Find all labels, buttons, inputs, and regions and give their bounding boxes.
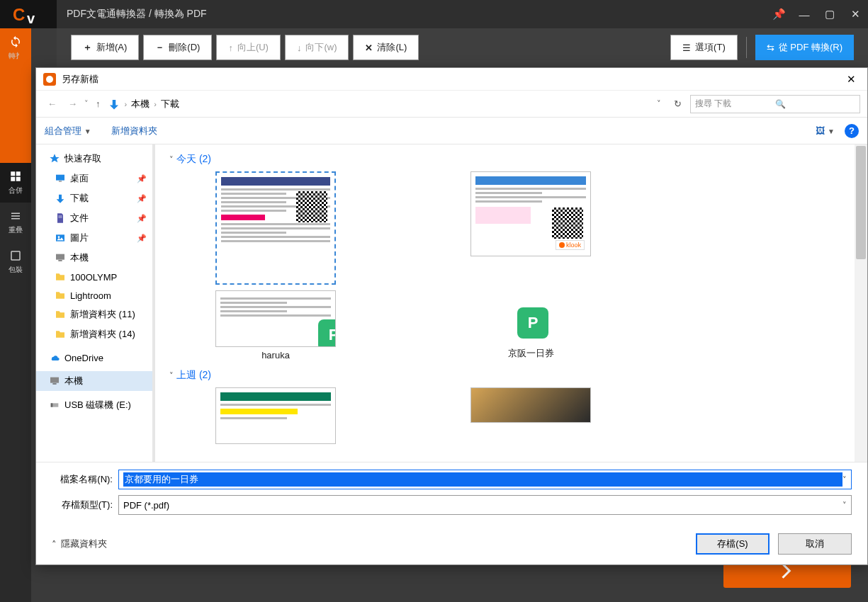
new-folder-button[interactable]: 新增資料夾: [111, 125, 157, 137]
sidebar-overlay[interactable]: 重疊: [0, 203, 31, 242]
location-icon: [108, 98, 120, 110]
refresh-icon[interactable]: ↻: [674, 98, 682, 109]
tree-folder-100olymp[interactable]: 100OLYMP: [36, 268, 152, 286]
breadcrumb[interactable]: › 本機 › 下載: [108, 98, 655, 110]
svg-rect-9: [56, 254, 64, 260]
filetype-select[interactable]: PDF (*.pdf) ˅: [118, 495, 852, 515]
svg-rect-6: [58, 217, 62, 218]
app-title: PDF文電通轉換器 / 轉換為 PDF: [67, 8, 207, 21]
tree-quick-access[interactable]: 快速存取: [36, 149, 152, 169]
file-content-area: ˅今天 (2): [155, 144, 867, 462]
tree-pictures[interactable]: 圖片📌: [36, 228, 152, 248]
breadcrumb-root[interactable]: 本機: [131, 98, 150, 110]
section-today[interactable]: ˅今天 (2): [169, 153, 853, 166]
clear-button[interactable]: ✕清除(L): [353, 35, 419, 60]
close-icon[interactable]: ✕: [842, 8, 868, 21]
folder-tree: 快速存取 桌面📌 下載📌 文件📌 圖片📌: [36, 144, 155, 462]
sidebar-convert[interactable]: 轉扌: [0, 28, 31, 68]
pin-icon: 📌: [137, 194, 147, 203]
app-toolbar: ＋新增(A) －刪除(D) ↑向上(U) ↓向下(w) ✕清除(L) ☰選項(T…: [57, 28, 868, 67]
filename-label: 檔案名稱(N):: [52, 473, 113, 486]
pdf-badge-icon: P: [318, 319, 336, 347]
svg-text:C: C: [13, 5, 25, 24]
sidebar-package[interactable]: 包裝: [0, 242, 31, 282]
svg-rect-11: [50, 377, 59, 383]
svg-rect-12: [52, 383, 56, 384]
svg-point-8: [58, 236, 60, 238]
filetype-dropdown-icon: ˅: [842, 501, 847, 510]
app-icon: [43, 73, 56, 86]
dialog-toolbar: 組合管理 ▼ 新增資料夾 🖼 ▼ ?: [36, 118, 867, 144]
section-last-week[interactable]: ˅上週 (2): [169, 369, 853, 382]
moveup-button[interactable]: ↑向上(U): [216, 35, 281, 60]
scrollbar-thumb[interactable]: [856, 146, 866, 259]
tree-this-pc[interactable]: 本機: [36, 371, 152, 391]
chevron-up-icon: ˄: [52, 539, 57, 550]
sidebar-merge[interactable]: 合併: [0, 163, 31, 203]
svg-rect-5: [58, 216, 62, 217]
tree-onedrive[interactable]: OneDrive: [36, 348, 152, 367]
organize-menu[interactable]: 組合管理 ▼: [45, 125, 91, 137]
tree-folder-new14[interactable]: 新增資料夾 (14): [36, 324, 152, 344]
app-bottom: [31, 560, 868, 602]
svg-rect-4: [59, 181, 62, 181]
svg-rect-10: [58, 260, 62, 261]
options-button[interactable]: ☰選項(T): [670, 35, 738, 60]
nav-back-icon[interactable]: ←: [43, 96, 61, 112]
maximize-icon[interactable]: ▢: [817, 8, 842, 21]
window-controls: 📌 — ▢ ✕: [766, 0, 868, 28]
file-item-haruka[interactable]: P haruka: [198, 171, 354, 360]
dialog-title: 另存新檔: [62, 73, 98, 86]
pin-icon[interactable]: 📌: [766, 8, 791, 21]
delete-button[interactable]: －刪除(D): [143, 35, 212, 60]
location-dropdown-icon[interactable]: ˅: [657, 99, 661, 108]
nav-up-icon[interactable]: ↑: [91, 96, 105, 112]
app-titlebar: Cv PDF文電通轉換器 / 轉換為 PDF 📌 — ▢ ✕: [0, 0, 868, 28]
tree-folder-new11[interactable]: 新增資料夾 (11): [36, 305, 152, 324]
dialog-nav: ← → ˅ ↑ › 本機 › 下載 ˅ ↻ 搜尋 下載 🔍: [36, 91, 867, 118]
scrollbar[interactable]: [855, 144, 867, 462]
convert-from-pdf-button[interactable]: ⇆從 PDF 轉換(R): [755, 35, 854, 60]
pin-icon: 📌: [137, 234, 147, 243]
save-button[interactable]: 存檔(S): [696, 533, 770, 555]
view-options-icon[interactable]: 🖼 ▼: [816, 125, 835, 136]
pin-icon: 📌: [137, 214, 147, 223]
dialog-fields: 檔案名稱(N): 京都要用的一日券 ˅ 存檔類型(T): PDF (*.pdf)…: [36, 462, 867, 521]
tree-usb-drive[interactable]: USB 磁碟機 (E:): [36, 395, 152, 415]
nav-forward-icon[interactable]: →: [64, 96, 81, 112]
movedown-button[interactable]: ↓向下(w): [285, 35, 349, 60]
file-label: haruka: [261, 350, 290, 360]
svg-rect-3: [56, 175, 64, 181]
filename-input[interactable]: 京都要用的一日券: [123, 472, 842, 487]
tree-downloads[interactable]: 下載📌: [36, 188, 152, 208]
minimize-icon[interactable]: —: [791, 8, 817, 21]
svg-text:v: v: [27, 11, 35, 25]
filename-dropdown-icon[interactable]: ˅: [842, 475, 847, 484]
hide-folders-toggle[interactable]: ˄ 隱藏資料夾: [52, 538, 107, 550]
dialog-footer: ˄ 隱藏資料夾 存檔(S) 取消: [36, 521, 867, 564]
search-icon: 🔍: [775, 99, 855, 109]
breadcrumb-folder[interactable]: 下載: [161, 98, 179, 110]
app-logo: Cv: [0, 0, 57, 28]
pin-icon: 📌: [137, 174, 147, 183]
pdf-badge-icon: P: [517, 307, 548, 339]
tree-folder-lightroom[interactable]: Lightroom: [36, 286, 152, 305]
tree-documents[interactable]: 文件📌: [36, 208, 152, 228]
add-button[interactable]: ＋新增(A): [71, 35, 139, 60]
cancel-button[interactable]: 取消: [778, 533, 852, 555]
nav-recent-icon[interactable]: ˅: [84, 99, 89, 108]
tree-desktop[interactable]: 桌面📌: [36, 169, 152, 188]
svg-rect-14: [51, 403, 53, 407]
klook-badge: klook: [556, 240, 585, 250]
file-item-lastweek1[interactable]: [198, 387, 354, 444]
file-item-keihan[interactable]: klook P 京阪一日券: [453, 171, 609, 360]
dialog-titlebar: 另存新檔 ✕: [36, 68, 867, 91]
save-as-dialog: 另存新檔 ✕ ← → ˅ ↑ › 本機 › 下載 ˅ ↻ 搜尋 下載 🔍 組合管…: [35, 67, 868, 565]
app-sidebar: 轉扌 合併 重疊 包裝: [0, 28, 31, 602]
help-icon[interactable]: ?: [845, 124, 859, 138]
file-label: 京阪一日券: [508, 347, 554, 360]
tree-this-pc-quick[interactable]: 本機: [36, 248, 152, 268]
file-item-lastweek2[interactable]: [453, 387, 609, 444]
search-input[interactable]: 搜尋 下載 🔍: [690, 95, 860, 113]
dialog-close-button[interactable]: ✕: [842, 72, 860, 87]
